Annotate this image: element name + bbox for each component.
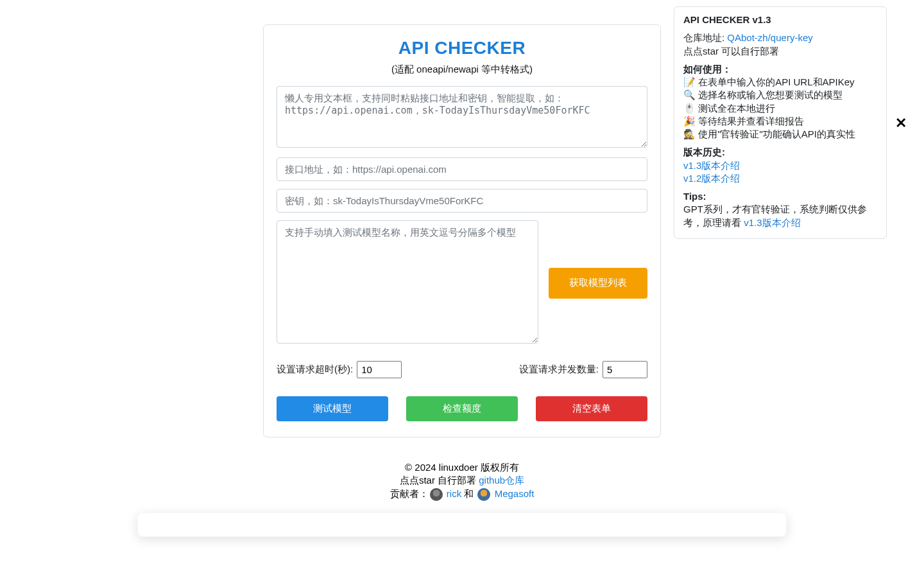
concurrency-input[interactable]: [603, 361, 647, 378]
contrib-link-megasoft[interactable]: Megasoft: [495, 488, 535, 499]
app-title: API CHECKER: [277, 38, 647, 58]
contrib-prefix: 贡献者：: [390, 488, 429, 499]
concurrency-label: 设置请求并发数量:: [519, 363, 599, 376]
clear-form-button[interactable]: 清空表单: [536, 396, 647, 421]
copyright: © 2024 linuxdoer 版权所有: [263, 461, 661, 474]
models-input[interactable]: [277, 220, 538, 344]
settings-row: 设置请求超时(秒): 设置请求并发数量:: [277, 361, 647, 378]
fetch-models-button[interactable]: 获取模型列表: [549, 268, 647, 299]
lazy-input[interactable]: [277, 86, 647, 148]
api-key-input[interactable]: [277, 189, 647, 213]
howto-item: 🕵️ 使用"官转验证"功能确认API的真实性: [683, 128, 855, 139]
contrib-conj: 和: [461, 488, 476, 499]
star-note: 点点star 可以自行部署: [683, 46, 779, 57]
bottom-bar: [137, 512, 787, 537]
howto-item: 🎉 等待结果并查看详细报告: [683, 116, 804, 127]
test-models-button[interactable]: 测试模型: [277, 396, 388, 421]
star-prefix: 点点star 自行部署: [400, 475, 479, 486]
history-link[interactable]: v1.2版本介绍: [683, 173, 740, 184]
howto-item: 🖱️ 测试全在本地进行: [683, 103, 775, 114]
panel-heading: API CHECKER v1.3: [683, 14, 771, 25]
howto-title: 如何使用：: [683, 64, 732, 74]
close-icon[interactable]: ✕: [895, 116, 907, 130]
models-row: 获取模型列表: [277, 220, 647, 346]
github-repo-link[interactable]: github仓库: [479, 475, 524, 486]
footer: © 2024 linuxdoer 版权所有 点点star 自行部署 github…: [263, 461, 661, 501]
api-url-input[interactable]: [277, 157, 647, 181]
howto-item: 🔍 选择名称或输入您想要测试的模型: [683, 89, 843, 100]
history-title: 版本历史:: [683, 146, 725, 157]
howto-item: 📝 在表单中输入你的API URL和APIKey: [683, 76, 855, 87]
app-subtitle: (适配 oneapi/newapi 等中转格式): [277, 64, 647, 76]
timeout-label: 设置请求超时(秒):: [277, 363, 353, 376]
contrib-link-rick[interactable]: rick: [447, 488, 461, 499]
main-card: API CHECKER (适配 oneapi/newapi 等中转格式) 获取模…: [263, 24, 661, 437]
action-buttons: 测试模型 检查额度 清空表单: [277, 396, 647, 421]
repo-label: 仓库地址:: [683, 32, 727, 43]
history-link[interactable]: v1.3版本介绍: [683, 160, 740, 171]
tips-title: Tips:: [683, 191, 706, 202]
panel-repo-link[interactable]: QAbot-zh/query-key: [727, 32, 812, 43]
info-panel: API CHECKER v1.3 仓库地址: QAbot-zh/query-ke…: [674, 6, 887, 239]
avatar-icon: [430, 488, 443, 501]
tips-link[interactable]: v1.3版本介绍: [744, 217, 800, 228]
timeout-input[interactable]: [357, 361, 402, 378]
avatar-icon: [477, 488, 490, 501]
check-quota-button[interactable]: 检查额度: [406, 396, 518, 421]
